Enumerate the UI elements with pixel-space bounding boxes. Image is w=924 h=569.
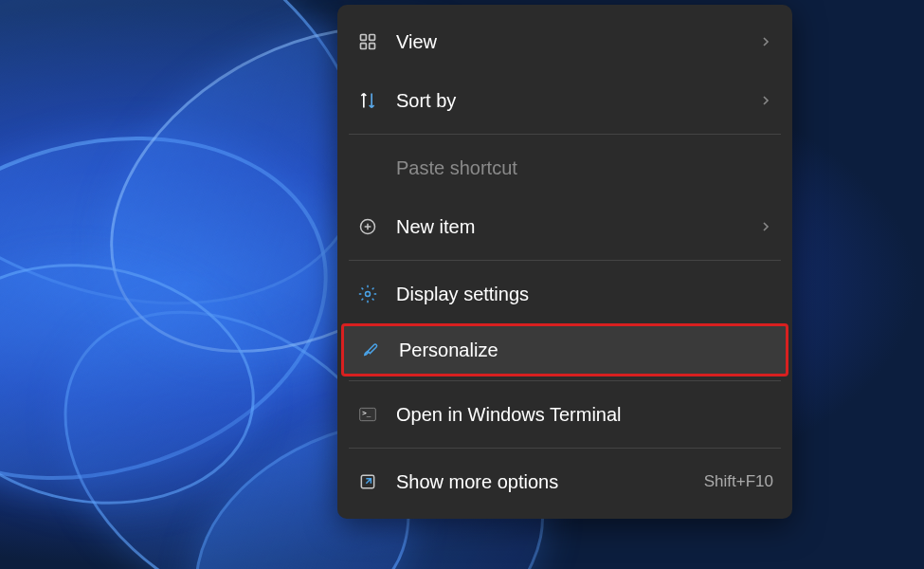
chevron-right-icon: [758, 34, 773, 49]
menu-item-label: Display settings: [396, 284, 773, 305]
sort-icon: [356, 89, 379, 112]
separator: [349, 134, 781, 135]
svg-rect-0: [361, 35, 367, 41]
expand-icon: [356, 470, 379, 493]
paintbrush-icon: [359, 339, 382, 361]
menu-item-view[interactable]: View: [337, 12, 792, 71]
grid-icon: [356, 30, 379, 53]
menu-item-shortcut: Shift+F10: [704, 472, 773, 491]
menu-item-sort-by[interactable]: Sort by: [337, 71, 792, 130]
plus-circle-icon: [356, 215, 379, 238]
menu-item-label: Paste shortcut: [396, 157, 773, 179]
menu-item-label: Show more options: [396, 471, 704, 493]
menu-item-label: View: [396, 31, 758, 53]
chevron-right-icon: [758, 93, 773, 108]
separator: [349, 380, 781, 381]
menu-item-show-more-options[interactable]: Show more options Shift+F10: [337, 452, 792, 511]
menu-item-label: Personalize: [399, 340, 770, 361]
menu-item-paste-shortcut: Paste shortcut: [337, 138, 792, 197]
terminal-icon: >_: [356, 403, 379, 426]
svg-rect-1: [370, 35, 375, 41]
svg-text:>_: >_: [362, 409, 371, 417]
svg-point-7: [366, 292, 371, 297]
separator: [349, 260, 781, 261]
menu-item-open-terminal[interactable]: >_ Open in Windows Terminal: [337, 385, 792, 444]
separator: [349, 448, 781, 449]
menu-item-label: New item: [396, 216, 758, 238]
menu-item-label: Sort by: [396, 90, 758, 112]
menu-item-personalize[interactable]: Personalize: [341, 323, 788, 376]
chevron-right-icon: [758, 219, 773, 234]
menu-item-new-item[interactable]: New item: [337, 197, 792, 256]
menu-item-label: Open in Windows Terminal: [396, 404, 773, 426]
context-menu: View Sort by Paste shortcut: [337, 5, 792, 519]
menu-item-display-settings[interactable]: Display settings: [337, 265, 792, 323]
svg-rect-2: [361, 44, 367, 49]
gear-icon: [356, 283, 379, 305]
svg-rect-3: [370, 44, 375, 49]
